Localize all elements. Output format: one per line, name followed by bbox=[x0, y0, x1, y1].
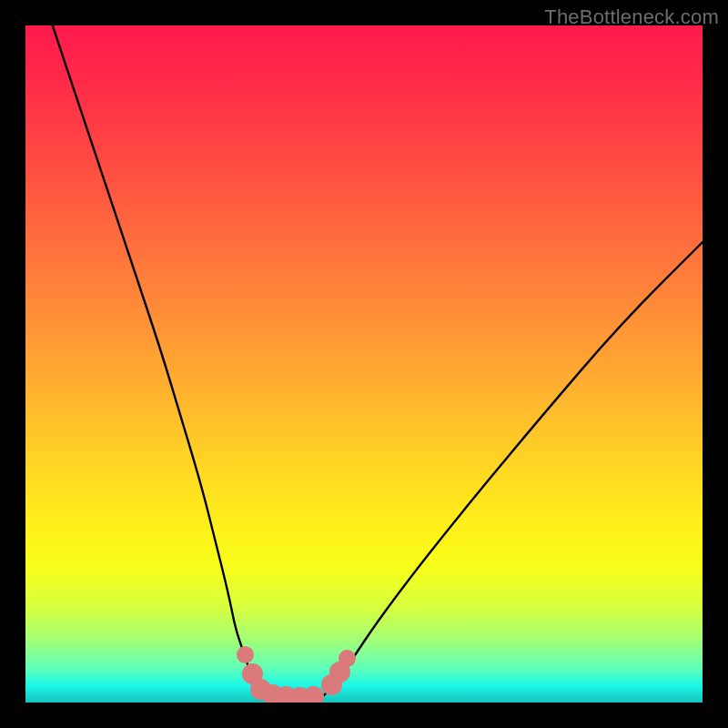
curve-path bbox=[53, 25, 703, 699]
marker-right-cluster-3 bbox=[339, 650, 356, 667]
watermark-text: TheBottleneck.com bbox=[544, 5, 719, 29]
marker-floor-4 bbox=[303, 686, 324, 703]
plot-area bbox=[25, 25, 703, 703]
bottleneck-curve bbox=[25, 25, 703, 703]
chart-frame: TheBottleneck.com bbox=[0, 0, 728, 728]
